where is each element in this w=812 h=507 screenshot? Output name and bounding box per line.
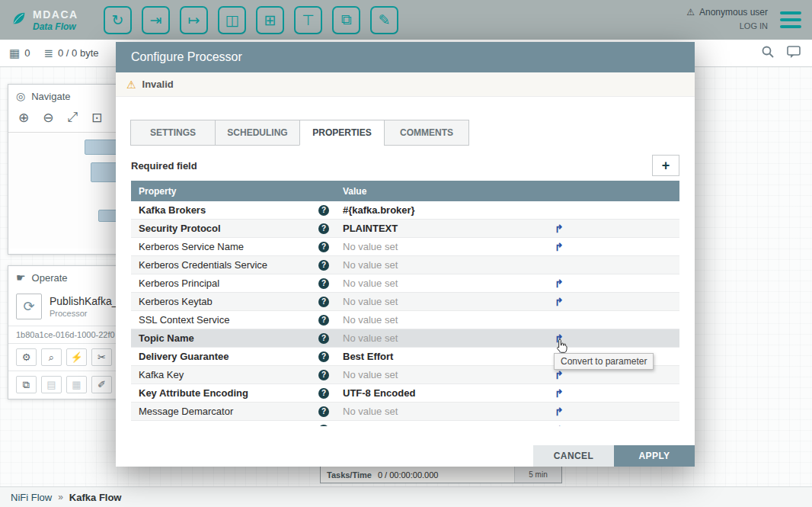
- property-value-cell[interactable]: 1 MB: [338, 424, 541, 426]
- zoom-out-icon[interactable]: ⊖: [43, 110, 53, 126]
- property-value: 1 MB: [343, 424, 366, 426]
- stats-window: 5 min: [514, 467, 561, 483]
- property-value: No value set: [343, 278, 398, 289]
- search-icon[interactable]: [761, 45, 775, 62]
- help-icon[interactable]: [318, 406, 329, 417]
- configure-processor-dialog: Configure Processor ⚠ Invalid SETTINGSSC…: [116, 42, 695, 467]
- tab-comments[interactable]: COMMENTS: [384, 120, 469, 146]
- navigate-icon: ◎: [16, 90, 25, 102]
- apply-button[interactable]: APPLY: [614, 445, 695, 467]
- access-key-icon[interactable]: ⌕: [41, 348, 62, 366]
- convert-to-parameter-button[interactable]: [555, 388, 564, 399]
- convert-to-parameter-button[interactable]: [555, 242, 564, 252]
- help-icon[interactable]: [318, 260, 329, 271]
- paste-icon[interactable]: ▤: [41, 376, 62, 393]
- column-value: Value: [338, 186, 541, 197]
- property-value-cell[interactable]: No value set: [338, 296, 541, 307]
- property-value-cell[interactable]: UTF-8 Encoded: [338, 387, 541, 399]
- zoom-actual-icon[interactable]: ⊡: [91, 110, 102, 126]
- property-name: SSL Context Service: [139, 314, 229, 326]
- tab-properties[interactable]: PROPERTIES: [299, 120, 385, 146]
- help-icon[interactable]: [318, 425, 329, 427]
- property-name: Message Demarcator: [139, 406, 233, 417]
- column-property: Property: [131, 186, 338, 197]
- process-group-icon[interactable]: ◫: [218, 6, 246, 34]
- component-toolbar: ↻ ⇥ ↦ ◫ ⊞ ⊤ ⧉ ✎: [104, 6, 398, 34]
- configure-icon[interactable]: ⚙: [16, 348, 37, 366]
- property-name: Kerberos Principal: [139, 278, 219, 289]
- property-value: No value set: [343, 406, 398, 417]
- convert-to-parameter-button[interactable]: [555, 223, 564, 234]
- output-port-icon[interactable]: ↦: [180, 6, 208, 34]
- property-row: Security Protocol PLAINTEXT: [131, 220, 679, 238]
- property-value-cell[interactable]: No value set: [338, 259, 541, 271]
- template-icon[interactable]: ⧉: [332, 6, 360, 34]
- required-field-label: Required field: [131, 160, 197, 172]
- property-value-cell[interactable]: #{kafka.broker}: [338, 204, 541, 216]
- property-name: Kerberos Keytab: [139, 296, 213, 307]
- convert-to-parameter-button[interactable]: [555, 333, 564, 344]
- global-menu-icon[interactable]: [780, 11, 801, 28]
- copy-icon[interactable]: ⧉: [16, 376, 37, 393]
- property-value-cell[interactable]: Best Effort: [338, 351, 541, 362]
- zoom-in-icon[interactable]: ⊕: [18, 110, 29, 126]
- tab-scheduling[interactable]: SCHEDULING: [215, 120, 300, 146]
- property-value-cell[interactable]: PLAINTEXT: [338, 223, 541, 234]
- help-icon[interactable]: [318, 205, 329, 216]
- help-icon[interactable]: [318, 388, 329, 399]
- convert-to-parameter-button[interactable]: [555, 370, 564, 380]
- disable-icon[interactable]: ✂: [91, 348, 112, 366]
- property-value: No value set: [343, 241, 398, 252]
- bulletin-chat-icon[interactable]: [787, 45, 801, 62]
- property-name: Kerberos Credentials Service: [139, 259, 267, 271]
- convert-to-parameter-button[interactable]: [555, 406, 564, 417]
- breadcrumb-root[interactable]: NiFi Flow: [11, 492, 52, 503]
- tab-settings[interactable]: SETTINGS: [130, 120, 216, 146]
- operate-icon: ☛: [16, 271, 26, 284]
- help-icon[interactable]: [318, 278, 329, 289]
- remote-process-group-icon[interactable]: ⊞: [256, 6, 284, 34]
- help-icon[interactable]: [318, 223, 329, 234]
- property-value: No value set: [343, 296, 398, 307]
- warning-icon: ⚠: [126, 79, 136, 91]
- property-name: Security Protocol: [139, 223, 221, 234]
- convert-to-parameter-button[interactable]: [555, 297, 564, 307]
- breadcrumb: NiFi Flow » Kafka Flow: [0, 486, 812, 507]
- login-link[interactable]: LOG IN: [686, 21, 768, 30]
- help-icon[interactable]: [318, 370, 329, 380]
- fill-color-icon[interactable]: ✐: [91, 376, 112, 393]
- property-value-cell[interactable]: No value set: [338, 314, 541, 326]
- properties-table: Property Value Kafka Brokers #{kaf: [131, 181, 679, 426]
- cancel-button[interactable]: CANCEL: [533, 445, 614, 467]
- help-icon[interactable]: [318, 333, 329, 344]
- add-property-button[interactable]: +: [652, 155, 679, 176]
- help-icon[interactable]: [318, 297, 329, 307]
- validation-banner: ⚠ Invalid: [116, 72, 695, 97]
- processor-icon[interactable]: ↻: [104, 6, 132, 34]
- convert-to-parameter-button[interactable]: [555, 425, 564, 427]
- property-row: Message Demarcator No value set: [131, 403, 679, 421]
- property-value-cell[interactable]: No value set: [338, 369, 541, 380]
- property-value-cell[interactable]: No value set: [338, 278, 541, 289]
- property-value-cell[interactable]: No value set: [338, 406, 541, 417]
- property-value: Best Effort: [343, 351, 393, 362]
- enable-icon[interactable]: ⚡: [66, 348, 87, 366]
- label-icon[interactable]: ✎: [370, 6, 398, 34]
- convert-to-parameter-tooltip: Convert to parameter: [554, 353, 654, 370]
- help-icon[interactable]: [318, 242, 329, 252]
- zoom-fit-icon[interactable]: ⤢: [68, 110, 78, 126]
- help-icon[interactable]: [318, 315, 329, 326]
- property-value-cell[interactable]: No value set: [338, 241, 541, 252]
- app-header: MDACA Data Flow ↻ ⇥ ↦ ◫ ⊞ ⊤ ⧉ ✎: [0, 0, 812, 40]
- funnel-icon[interactable]: ⊤: [294, 6, 322, 34]
- property-name: Max Request Size: [139, 424, 222, 426]
- property-value-cell[interactable]: No value set: [338, 332, 541, 344]
- group-icon[interactable]: ▦: [66, 376, 87, 393]
- queued-count: ≣ 0 / 0 byte: [43, 47, 98, 60]
- convert-to-parameter-button[interactable]: [555, 278, 564, 289]
- input-port-icon[interactable]: ⇥: [142, 6, 170, 34]
- help-icon[interactable]: [318, 351, 329, 362]
- property-row: Kerberos Service Name No value set: [131, 238, 679, 256]
- stats-label: Tasks/Time: [327, 470, 372, 480]
- user-name: Anonymous user: [699, 7, 768, 18]
